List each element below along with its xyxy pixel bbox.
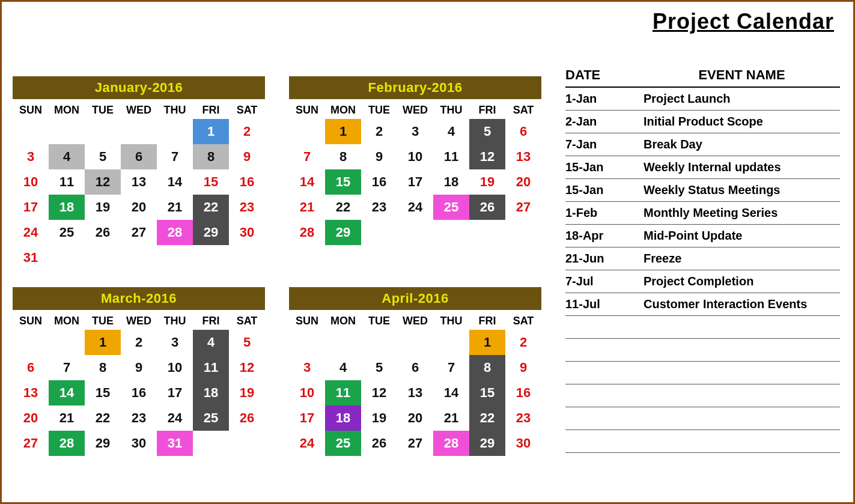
day-cell: 7 <box>289 144 325 169</box>
day-cell: 27 <box>397 431 433 456</box>
month-block: February-2016SUNMONTUEWEDTHUFRISAT123456… <box>289 76 541 270</box>
dow-cell: WED <box>121 104 157 117</box>
event-row: 21-JunFreeze <box>565 247 840 270</box>
day-cell: 10 <box>13 169 49 195</box>
day-cell: 28 <box>157 220 193 245</box>
day-cell: 14 <box>157 169 193 195</box>
event-date: 18-Apr <box>565 229 644 243</box>
month-header: January-2016 <box>13 76 265 99</box>
day-cell: 9 <box>505 355 541 380</box>
event-row: 15-JanWeekly Status Meetings <box>565 179 840 202</box>
month-header: February-2016 <box>289 76 541 99</box>
dow-cell: MON <box>325 315 361 327</box>
day-cell: 4 <box>325 355 361 380</box>
day-cell: 26 <box>361 431 397 456</box>
dow-cell: TUE <box>361 315 397 327</box>
day-cell: 23 <box>361 195 397 220</box>
day-cell: 31 <box>157 431 193 456</box>
dow-cell: MON <box>49 315 85 327</box>
event-row: 7-JulProject Completion <box>565 270 840 293</box>
dow-cell: SAT <box>229 104 265 117</box>
day-cell: 30 <box>121 431 157 456</box>
month-header: April-2016 <box>289 287 541 310</box>
events-header-date: DATE <box>565 67 644 83</box>
days-grid: 1234567891011121314151617181920212223242… <box>13 330 265 456</box>
day-cell: 21 <box>49 405 85 431</box>
month-block: March-2016SUNMONTUEWEDTHUFRISAT123456789… <box>13 287 265 456</box>
day-cell: 6 <box>121 144 157 169</box>
day-blank <box>397 330 433 355</box>
day-cell: 1 <box>85 330 121 355</box>
event-name: Project Completion <box>644 275 840 288</box>
page-frame: Project Calendar January-2016SUNMONTUEWE… <box>0 0 855 504</box>
day-cell: 19 <box>85 195 121 220</box>
day-blank <box>85 119 121 144</box>
day-cell: 10 <box>157 355 193 380</box>
day-cell: 2 <box>361 119 397 144</box>
event-name: Weekly Internal updates <box>644 160 840 174</box>
days-grid: 1234567891011121314151617181920212223242… <box>289 330 541 456</box>
day-cell: 6 <box>505 119 541 144</box>
day-blank <box>289 119 325 144</box>
day-cell: 20 <box>505 169 541 195</box>
event-date: 21-Jun <box>565 252 644 266</box>
day-cell: 23 <box>229 195 265 220</box>
day-cell: 2 <box>505 330 541 355</box>
day-cell: 11 <box>433 144 469 169</box>
event-row-blank <box>565 316 840 339</box>
event-date: 2-Jan <box>565 115 644 129</box>
event-date: 7-Jul <box>565 275 644 288</box>
dow-cell: FRI <box>193 104 229 117</box>
month-header: March-2016 <box>13 287 265 310</box>
day-cell: 25 <box>325 431 361 456</box>
dow-cell: SAT <box>505 315 541 327</box>
day-cell: 9 <box>121 355 157 380</box>
event-name: Freeze <box>644 252 840 266</box>
day-cell: 23 <box>505 405 541 431</box>
day-cell: 1 <box>325 119 361 144</box>
day-cell: 1 <box>469 330 505 355</box>
day-cell: 11 <box>325 380 361 405</box>
days-grid: 1234567891011121314151617181920212223242… <box>289 119 541 245</box>
event-name: Break Day <box>644 138 840 151</box>
day-cell: 6 <box>397 355 433 380</box>
dow-cell: TUE <box>85 104 121 117</box>
day-cell: 8 <box>325 144 361 169</box>
day-cell: 22 <box>193 195 229 220</box>
day-cell: 7 <box>157 144 193 169</box>
day-cell: 5 <box>229 330 265 355</box>
day-blank <box>49 330 85 355</box>
day-cell: 25 <box>193 405 229 431</box>
event-row: 1-JanProject Launch <box>565 88 840 111</box>
dow-cell: SUN <box>13 104 49 117</box>
day-cell: 20 <box>397 405 433 431</box>
day-cell: 14 <box>289 169 325 195</box>
dow-cell: SUN <box>289 315 325 327</box>
day-cell: 28 <box>433 431 469 456</box>
day-cell: 17 <box>13 195 49 220</box>
day-cell: 4 <box>49 144 85 169</box>
day-cell: 24 <box>157 405 193 431</box>
dow-cell: THU <box>433 104 469 117</box>
day-cell: 17 <box>397 169 433 195</box>
day-cell: 2 <box>121 330 157 355</box>
events-panel: DATE EVENT NAME 1-JanProject Launch2-Jan… <box>565 67 840 456</box>
event-date: 11-Jul <box>565 297 644 311</box>
dow-cell: THU <box>157 104 193 117</box>
day-cell: 21 <box>289 195 325 220</box>
day-cell: 7 <box>49 355 85 380</box>
day-cell: 9 <box>229 144 265 169</box>
day-cell: 3 <box>157 330 193 355</box>
day-cell: 1 <box>193 119 229 144</box>
day-blank <box>49 119 85 144</box>
day-cell: 29 <box>469 431 505 456</box>
day-cell: 19 <box>361 405 397 431</box>
day-cell: 27 <box>121 220 157 245</box>
calendars-region: January-2016SUNMONTUEWEDTHUFRISAT1234567… <box>13 76 541 456</box>
day-cell: 2 <box>229 119 265 144</box>
event-name: Initial Product Scope <box>644 115 840 129</box>
day-cell: 27 <box>13 431 49 456</box>
day-blank <box>13 119 49 144</box>
dow-cell: SAT <box>229 315 265 327</box>
day-cell: 22 <box>325 195 361 220</box>
